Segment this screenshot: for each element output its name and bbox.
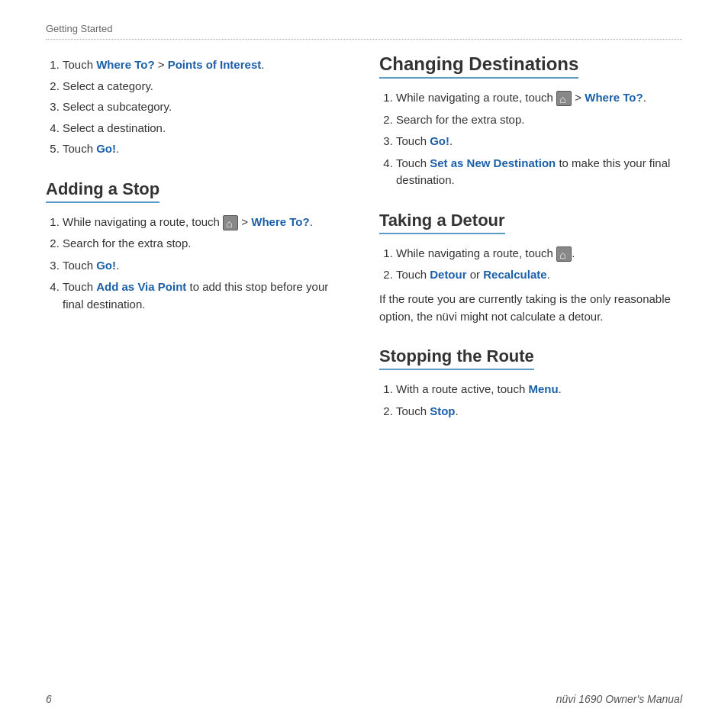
- stopping-route-list: With a route active, touch Menu. Touch S…: [379, 381, 682, 420]
- detour-paragraph: If the route you are currently taking is…: [379, 290, 682, 326]
- two-column-layout: Touch Where To? > Points of Interest. Se…: [46, 53, 682, 441]
- go-link-1[interactable]: Go!: [96, 142, 116, 155]
- list-item: Touch Go!.: [63, 140, 349, 158]
- left-column: Touch Where To? > Points of Interest. Se…: [46, 53, 349, 441]
- intro-section: Touch Where To? > Points of Interest. Se…: [46, 56, 349, 158]
- taking-detour-list: While navigating a route, touch . Touch …: [379, 245, 682, 284]
- list-item: Touch Where To? > Points of Interest.: [63, 56, 349, 74]
- menu-link[interactable]: Menu: [528, 382, 558, 395]
- list-item: Touch Add as Via Point to add this stop …: [63, 279, 349, 313]
- nav-icon-3: [556, 246, 572, 262]
- changing-destinations-list: While navigating a route, touch > Where …: [379, 89, 682, 189]
- adding-stop-title: Adding a Stop: [46, 179, 159, 203]
- where-to-link-3[interactable]: Where To?: [585, 91, 643, 104]
- add-via-point-link[interactable]: Add as Via Point: [96, 280, 186, 293]
- list-item: Search for the extra stop.: [63, 235, 349, 253]
- intro-list: Touch Where To? > Points of Interest. Se…: [46, 56, 349, 158]
- recalculate-link[interactable]: Recalculate: [483, 268, 546, 281]
- page-number: 6: [46, 693, 52, 705]
- adding-stop-section: Adding a Stop While navigating a route, …: [46, 179, 349, 314]
- changing-destinations-title: Changing Destinations: [379, 53, 578, 79]
- points-of-interest-link[interactable]: Points of Interest: [168, 58, 262, 71]
- stopping-route-section: Stopping the Route With a route active, …: [379, 346, 682, 420]
- nav-icon-1: [223, 215, 238, 230]
- footer: 6 nüvi 1690 Owner's Manual: [46, 693, 682, 705]
- manual-title: nüvi 1690 Owner's Manual: [556, 693, 682, 705]
- set-new-destination-link[interactable]: Set as New Destination: [430, 156, 556, 169]
- list-item: Touch Go!.: [396, 133, 682, 150]
- list-item: While navigating a route, touch > Where …: [63, 214, 349, 231]
- nav-icon-2: [556, 91, 572, 106]
- list-item: Select a destination.: [63, 120, 349, 137]
- list-item: Select a subcategory.: [63, 98, 349, 116]
- list-item: Touch Stop.: [396, 403, 682, 420]
- stop-link[interactable]: Stop: [430, 404, 455, 417]
- stopping-route-title: Stopping the Route: [379, 346, 534, 370]
- detour-link[interactable]: Detour: [430, 268, 466, 281]
- where-to-link-1[interactable]: Where To?: [96, 58, 154, 71]
- list-item: Select a category.: [63, 78, 349, 95]
- right-column: Changing Destinations While navigating a…: [379, 53, 682, 441]
- list-item: While navigating a route, touch > Where …: [396, 89, 682, 107]
- go-link-2[interactable]: Go!: [96, 259, 116, 272]
- list-item: While navigating a route, touch .: [396, 245, 682, 263]
- page-container: Getting Started Touch Where To? > Points…: [0, 0, 728, 728]
- changing-destinations-section: Changing Destinations While navigating a…: [379, 53, 682, 189]
- list-item: Search for the extra stop.: [396, 111, 682, 129]
- list-item: With a route active, touch Menu.: [396, 381, 682, 398]
- adding-stop-list: While navigating a route, touch > Where …: [46, 214, 349, 314]
- where-to-link-2[interactable]: Where To?: [251, 215, 309, 228]
- taking-detour-section: Taking a Detour While navigating a route…: [379, 211, 682, 326]
- go-link-3[interactable]: Go!: [430, 134, 449, 147]
- taking-detour-title: Taking a Detour: [379, 211, 505, 234]
- list-item: Touch Set as New Destination to make thi…: [396, 155, 682, 189]
- list-item: Touch Detour or Recalculate.: [396, 266, 682, 284]
- list-item: Touch Go!.: [63, 257, 349, 275]
- header-label: Getting Started: [46, 23, 682, 40]
